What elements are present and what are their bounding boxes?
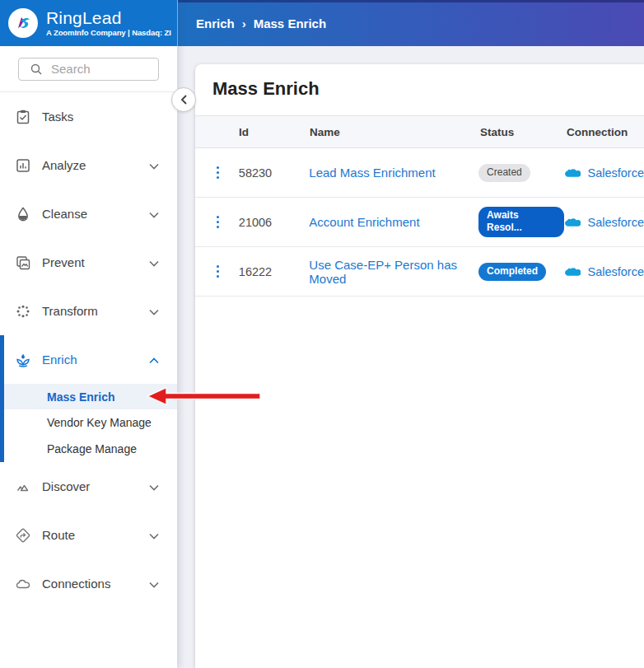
column-header-name: Name	[310, 126, 480, 138]
brand-name: RingLead	[46, 9, 171, 27]
sidebar-item-label: Transform	[42, 304, 149, 318]
subitem-label: Vendor Key Manage	[47, 416, 152, 429]
table-header: Id Name Status Connection	[195, 115, 644, 148]
brand-tagline: A ZoomInfo Company | Nasdaq: ZI	[46, 28, 171, 37]
breadcrumb-current[interactable]: Mass Enrich	[254, 16, 326, 30]
job-name-link[interactable]: Use Case-EP+ Person has Moved	[309, 258, 457, 286]
breadcrumb-separator-icon: ›	[242, 16, 246, 30]
search-input[interactable]	[51, 62, 152, 76]
sidebar-item-tasks[interactable]: Tasks	[0, 92, 177, 141]
subitem-label: Mass Enrich	[47, 390, 114, 404]
cell-id: 16222	[231, 265, 310, 278]
sidebar-item-transform[interactable]: Transform	[0, 287, 177, 335]
breadcrumb: Enrich › Mass Enrich	[196, 16, 326, 30]
chevron-up-icon	[149, 353, 159, 367]
chevron-down-icon	[149, 304, 159, 318]
connections-icon	[15, 576, 31, 592]
salesforce-icon	[564, 217, 581, 228]
sidebar-item-enrich[interactable]: Enrich	[4, 335, 177, 384]
sidebar: RingLead A ZoomInfo Company | Nasdaq: ZI…	[0, 0, 177, 668]
connection-link[interactable]: Salesforce	[587, 166, 644, 180]
column-header-connection: Connection	[567, 126, 644, 138]
connection-link[interactable]: Salesforce	[587, 216, 644, 229]
app-window: RingLead A ZoomInfo Company | Nasdaq: ZI…	[0, 0, 644, 668]
status-badge: Created	[478, 164, 530, 182]
table-row: 21006 Account Enrichment Awaits Resol...…	[195, 198, 644, 247]
chevron-left-icon	[180, 95, 188, 105]
column-header-id: Id	[231, 126, 310, 138]
sidebar-item-label: Cleanse	[42, 207, 149, 221]
search-area	[0, 46, 177, 92]
chevron-down-icon	[149, 158, 159, 172]
sidebar-item-analyze[interactable]: Analyze	[0, 141, 177, 189]
chevron-down-icon	[149, 577, 159, 591]
prevent-icon	[15, 255, 31, 271]
cell-id: 21006	[231, 216, 310, 229]
enrich-section: Enrich Mass Enrich Vendor Key Manage Pac…	[0, 335, 177, 462]
brand-header: RingLead A ZoomInfo Company | Nasdaq: ZI	[0, 0, 177, 46]
analyze-icon	[15, 157, 31, 174]
mass-enrich-card: Mass Enrich Id Name Status Connection 58…	[195, 64, 644, 668]
content-background: Mass Enrich Id Name Status Connection 58…	[177, 46, 644, 668]
sidebar-item-prevent[interactable]: Prevent	[0, 238, 177, 287]
sidebar-subitem-vendor-key-manage[interactable]: Vendor Key Manage	[4, 409, 177, 436]
sidebar-item-label: Analyze	[42, 158, 149, 172]
row-menu-icon[interactable]	[213, 262, 223, 282]
cell-id: 58230	[231, 166, 310, 180]
route-icon	[15, 527, 31, 544]
column-header-status: Status	[480, 126, 567, 138]
row-menu-icon[interactable]	[213, 163, 223, 183]
search-box[interactable]	[18, 58, 159, 81]
chevron-down-icon	[149, 528, 159, 542]
sidebar-nav: Tasks Analyze Cleanse Prev	[0, 92, 177, 608]
breadcrumb-parent[interactable]: Enrich	[196, 16, 235, 30]
status-badge: Completed	[478, 263, 546, 281]
tasks-icon	[15, 109, 31, 125]
table-row: 58230 Lead Mass Enrichment Created Sales…	[195, 148, 644, 198]
cleanse-icon	[15, 206, 31, 222]
sidebar-item-label: Connections	[42, 577, 149, 591]
sidebar-item-discover[interactable]: Discover	[0, 462, 177, 511]
sidebar-item-label: Route	[42, 528, 149, 542]
chevron-down-icon	[149, 255, 159, 269]
salesforce-icon	[564, 167, 581, 179]
status-badge: Awaits Resol...	[478, 207, 564, 237]
sidebar-subitem-mass-enrich[interactable]: Mass Enrich	[4, 384, 177, 409]
salesforce-icon	[564, 266, 581, 278]
top-bar: Enrich › Mass Enrich	[177, 0, 644, 46]
sidebar-item-route[interactable]: Route	[0, 511, 177, 559]
subitem-label: Package Manage	[47, 442, 137, 455]
transform-icon	[15, 303, 31, 320]
search-icon	[30, 63, 42, 75]
page-title: Mass Enrich	[195, 64, 644, 115]
sidebar-item-label: Discover	[42, 479, 149, 493]
job-name-link[interactable]: Lead Mass Enrichment	[309, 166, 435, 180]
ringlead-logo-icon	[8, 8, 38, 38]
table-row: 16222 Use Case-EP+ Person has Moved Comp…	[195, 247, 644, 297]
connection-link[interactable]: Salesforce	[587, 265, 644, 278]
chevron-down-icon	[149, 479, 159, 493]
chevron-down-icon	[149, 207, 159, 221]
sidebar-subitem-package-manage[interactable]: Package Manage	[4, 436, 177, 462]
sidebar-item-label: Prevent	[42, 255, 149, 269]
sidebar-item-connections[interactable]: Connections	[0, 559, 177, 608]
job-name-link[interactable]: Account Enrichment	[309, 215, 419, 229]
sidebar-item-label: Tasks	[42, 110, 159, 124]
enrich-icon	[15, 352, 31, 368]
sidebar-item-label: Enrich	[42, 353, 149, 367]
sidebar-collapse-button[interactable]	[171, 87, 196, 112]
main-area: Enrich › Mass Enrich Mass Enrich Id Name…	[177, 0, 644, 668]
discover-icon	[15, 479, 31, 495]
row-menu-icon[interactable]	[213, 213, 223, 232]
sidebar-item-cleanse[interactable]: Cleanse	[0, 189, 177, 238]
